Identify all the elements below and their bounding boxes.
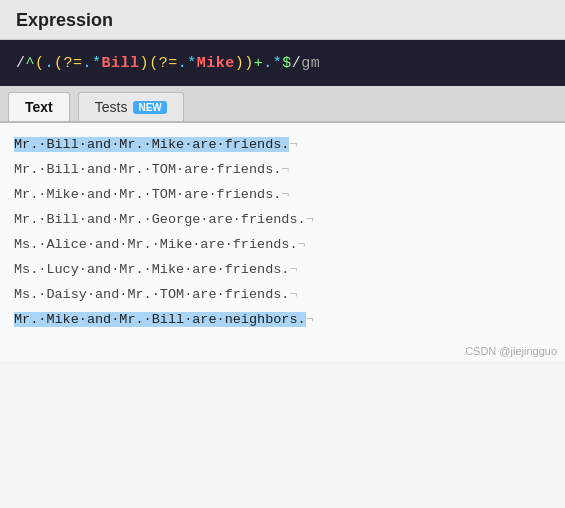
expression-section: /^(.(?=.*Bill)(?=.*Mike))+.*$/gm <box>0 40 565 86</box>
text-line: Mr.·Bill·and·Mr.·TOM·are·friends.¬ <box>14 158 551 183</box>
text-line: Ms.·Alice·and·Mr.·Mike·are·friends.¬ <box>14 233 551 258</box>
new-badge: NEW <box>133 101 166 114</box>
line-end-6: ¬ <box>289 262 297 277</box>
text-line: Ms.·Lucy·and·Mr.·Mike·are·friends.¬ <box>14 258 551 283</box>
section-title: Expression <box>16 10 113 30</box>
line-end-1: ¬ <box>289 137 297 152</box>
mike-text: Mike <box>197 55 235 72</box>
paren-open: ( <box>35 55 45 72</box>
watermark: CSDN @jiejingguo <box>0 343 565 361</box>
text-line: Ms.·Daisy·and·Mr.·TOM·are·friends.¬ <box>14 283 551 308</box>
line-end-8: ¬ <box>306 312 314 327</box>
slash-open: / <box>16 55 26 72</box>
header-section: Expression <box>0 0 565 40</box>
line-end-7: ¬ <box>289 287 297 302</box>
caret-char: ^ <box>26 55 36 72</box>
text-line: Mr.·Bill·and·Mr.·George·are·friends.¬ <box>14 208 551 233</box>
highlight-8: Mr.·Mike·and·Mr.·Bill·are·neighbors. <box>14 312 306 327</box>
dollar-char: $ <box>282 55 292 72</box>
dot-star1: .* <box>83 55 102 72</box>
tab-tests[interactable]: Tests NEW <box>78 92 184 121</box>
plus-quant: + <box>254 55 264 72</box>
tab-text-label: Text <box>25 99 53 115</box>
line-end-4: ¬ <box>306 212 314 227</box>
tab-text[interactable]: Text <box>8 92 70 121</box>
text-line: Mr.·Mike·and·Mr.·TOM·are·friends.¬ <box>14 183 551 208</box>
main-container: Expression /^(.(?=.*Bill)(?=.*Mike))+.*$… <box>0 0 565 508</box>
lookahead-open2: (?= <box>149 55 178 72</box>
text-content-area: Mr.·Bill·and·Mr.·Mike·are·friends.¬ Mr.·… <box>0 123 565 343</box>
dot-char: . <box>45 55 55 72</box>
expression-display: /^(.(?=.*Bill)(?=.*Mike))+.*$/gm <box>16 55 320 72</box>
line-end-2: ¬ <box>281 162 289 177</box>
text-line: Mr.·Mike·and·Mr.·Bill·are·neighbors.¬ <box>14 308 551 333</box>
lookahead-open1: (?= <box>54 55 83 72</box>
tab-tests-label: Tests <box>95 99 128 115</box>
dot-star2: .* <box>178 55 197 72</box>
text-line: Mr.·Bill·and·Mr.·Mike·are·friends.¬ <box>14 133 551 158</box>
tabs-bar: Text Tests NEW <box>0 86 565 123</box>
dot-star3: .* <box>263 55 282 72</box>
flags: gm <box>301 55 320 72</box>
highlight-1: Mr.·Bill·and·Mr.·Mike·are·friends. <box>14 137 289 152</box>
slash-close: / <box>292 55 302 72</box>
watermark-text: CSDN @jiejingguo <box>465 345 557 357</box>
line-end-3: ¬ <box>281 187 289 202</box>
line-end-5: ¬ <box>298 237 306 252</box>
lookahead-close1: ) <box>140 55 150 72</box>
paren-close: ) <box>244 55 254 72</box>
lookahead-close2: ) <box>235 55 245 72</box>
bill-text: Bill <box>102 55 140 72</box>
